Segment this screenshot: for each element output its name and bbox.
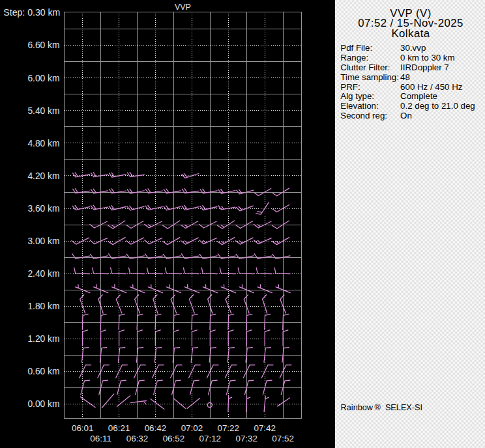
- svg-text:3.60 km: 3.60 km: [27, 204, 59, 214]
- svg-text:06:21: 06:21: [108, 423, 130, 433]
- svg-text:4.80 km: 4.80 km: [27, 139, 59, 148]
- svg-text:07:32: 07:32: [235, 434, 257, 443]
- svg-text:6.00 km: 6.00 km: [27, 74, 59, 83]
- svg-text:0.00 km: 0.00 km: [27, 399, 59, 409]
- svg-text:3.00 km: 3.00 km: [27, 236, 59, 246]
- svg-text:1.20 km: 1.20 km: [27, 334, 59, 344]
- svg-text:6.60 km: 6.60 km: [27, 40, 59, 50]
- svg-text:5.40 km: 5.40 km: [27, 106, 59, 116]
- svg-text:07:22: 07:22: [217, 423, 239, 433]
- svg-text:06:52: 06:52: [163, 434, 185, 443]
- svg-text:06:42: 06:42: [145, 423, 167, 433]
- svg-text:06:32: 06:32: [126, 434, 149, 443]
- svg-text:2.40 km: 2.40 km: [27, 269, 59, 279]
- svg-text:1.80 km: 1.80 km: [27, 301, 59, 311]
- svg-text:07:12: 07:12: [199, 434, 222, 443]
- svg-text:Step: 0.30 km: Step: 0.30 km: [3, 7, 60, 18]
- svg-text:06:01: 06:01: [72, 423, 94, 433]
- svg-text:06:11: 06:11: [90, 434, 111, 443]
- svg-text:4.20 km: 4.20 km: [27, 171, 59, 181]
- svg-text:07:52: 07:52: [272, 434, 294, 443]
- svg-text:07:42: 07:42: [254, 423, 276, 433]
- svg-text:VVP: VVP: [175, 3, 191, 12]
- svg-text:0.60 km: 0.60 km: [27, 367, 59, 376]
- svg-text:07:02: 07:02: [181, 423, 203, 433]
